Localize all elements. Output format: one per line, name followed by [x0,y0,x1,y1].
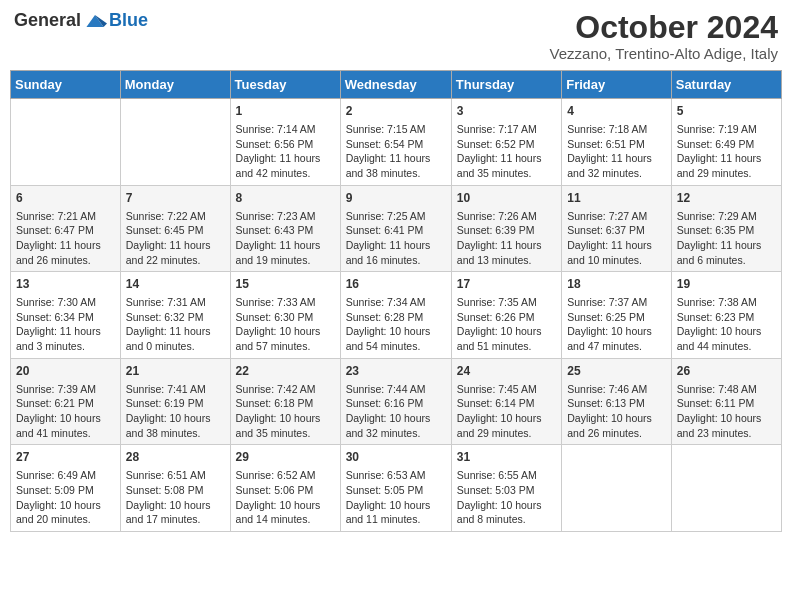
day-number: 29 [236,449,335,466]
day-number: 24 [457,363,556,380]
daylight-text: Daylight: 10 hours and 17 minutes. [126,498,225,527]
location: Vezzano, Trentino-Alto Adige, Italy [550,45,778,62]
day-number: 31 [457,449,556,466]
calendar-cell: 2Sunrise: 7:15 AMSunset: 6:54 PMDaylight… [340,99,451,186]
sunset-text: Sunset: 6:35 PM [677,223,776,238]
header-day-sunday: Sunday [11,71,121,99]
day-number: 25 [567,363,666,380]
daylight-text: Daylight: 10 hours and 44 minutes. [677,324,776,353]
calendar-cell [671,445,781,532]
sunrise-text: Sunrise: 7:35 AM [457,295,556,310]
sunrise-text: Sunrise: 6:49 AM [16,468,115,483]
calendar-cell: 16Sunrise: 7:34 AMSunset: 6:28 PMDayligh… [340,272,451,359]
calendar-cell: 5Sunrise: 7:19 AMSunset: 6:49 PMDaylight… [671,99,781,186]
daylight-text: Daylight: 11 hours and 22 minutes. [126,238,225,267]
sunset-text: Sunset: 6:28 PM [346,310,446,325]
header-day-wednesday: Wednesday [340,71,451,99]
day-number: 23 [346,363,446,380]
daylight-text: Daylight: 11 hours and 16 minutes. [346,238,446,267]
day-number: 28 [126,449,225,466]
calendar-cell: 26Sunrise: 7:48 AMSunset: 6:11 PMDayligh… [671,358,781,445]
logo: General Blue [14,10,148,31]
sunset-text: Sunset: 6:54 PM [346,137,446,152]
calendar-cell: 9Sunrise: 7:25 AMSunset: 6:41 PMDaylight… [340,185,451,272]
sunrise-text: Sunrise: 7:34 AM [346,295,446,310]
calendar-table: SundayMondayTuesdayWednesdayThursdayFrid… [10,70,782,532]
sunrise-text: Sunrise: 7:37 AM [567,295,666,310]
calendar-cell [11,99,121,186]
calendar-cell: 22Sunrise: 7:42 AMSunset: 6:18 PMDayligh… [230,358,340,445]
calendar-cell: 8Sunrise: 7:23 AMSunset: 6:43 PMDaylight… [230,185,340,272]
sunset-text: Sunset: 6:16 PM [346,396,446,411]
day-number: 13 [16,276,115,293]
daylight-text: Daylight: 11 hours and 3 minutes. [16,324,115,353]
sunset-text: Sunset: 5:08 PM [126,483,225,498]
day-number: 27 [16,449,115,466]
daylight-text: Daylight: 11 hours and 35 minutes. [457,151,556,180]
sunrise-text: Sunrise: 7:19 AM [677,122,776,137]
day-number: 4 [567,103,666,120]
day-number: 19 [677,276,776,293]
daylight-text: Daylight: 11 hours and 29 minutes. [677,151,776,180]
day-number: 21 [126,363,225,380]
day-number: 17 [457,276,556,293]
sunrise-text: Sunrise: 6:53 AM [346,468,446,483]
calendar-cell: 13Sunrise: 7:30 AMSunset: 6:34 PMDayligh… [11,272,121,359]
sunrise-text: Sunrise: 7:42 AM [236,382,335,397]
daylight-text: Daylight: 11 hours and 42 minutes. [236,151,335,180]
sunrise-text: Sunrise: 7:38 AM [677,295,776,310]
calendar-cell [562,445,672,532]
sunset-text: Sunset: 6:39 PM [457,223,556,238]
week-row-3: 13Sunrise: 7:30 AMSunset: 6:34 PMDayligh… [11,272,782,359]
sunset-text: Sunset: 6:25 PM [567,310,666,325]
sunrise-text: Sunrise: 7:21 AM [16,209,115,224]
header-day-saturday: Saturday [671,71,781,99]
week-row-2: 6Sunrise: 7:21 AMSunset: 6:47 PMDaylight… [11,185,782,272]
calendar-cell: 12Sunrise: 7:29 AMSunset: 6:35 PMDayligh… [671,185,781,272]
sunset-text: Sunset: 5:09 PM [16,483,115,498]
logo-general-text: General [14,10,81,31]
day-number: 8 [236,190,335,207]
day-number: 5 [677,103,776,120]
calendar-cell: 4Sunrise: 7:18 AMSunset: 6:51 PMDaylight… [562,99,672,186]
sunset-text: Sunset: 6:21 PM [16,396,115,411]
sunset-text: Sunset: 6:45 PM [126,223,225,238]
sunrise-text: Sunrise: 7:45 AM [457,382,556,397]
day-number: 20 [16,363,115,380]
sunrise-text: Sunrise: 7:14 AM [236,122,335,137]
sunrise-text: Sunrise: 7:44 AM [346,382,446,397]
sunrise-text: Sunrise: 7:25 AM [346,209,446,224]
sunrise-text: Sunrise: 7:26 AM [457,209,556,224]
sunrise-text: Sunrise: 7:39 AM [16,382,115,397]
daylight-text: Daylight: 11 hours and 13 minutes. [457,238,556,267]
day-number: 6 [16,190,115,207]
daylight-text: Daylight: 10 hours and 11 minutes. [346,498,446,527]
daylight-text: Daylight: 10 hours and 35 minutes. [236,411,335,440]
calendar-cell: 11Sunrise: 7:27 AMSunset: 6:37 PMDayligh… [562,185,672,272]
daylight-text: Daylight: 11 hours and 6 minutes. [677,238,776,267]
week-row-5: 27Sunrise: 6:49 AMSunset: 5:09 PMDayligh… [11,445,782,532]
calendar-cell: 21Sunrise: 7:41 AMSunset: 6:19 PMDayligh… [120,358,230,445]
header-day-thursday: Thursday [451,71,561,99]
sunset-text: Sunset: 6:43 PM [236,223,335,238]
sunrise-text: Sunrise: 6:52 AM [236,468,335,483]
sunset-text: Sunset: 5:05 PM [346,483,446,498]
calendar-cell: 3Sunrise: 7:17 AMSunset: 6:52 PMDaylight… [451,99,561,186]
daylight-text: Daylight: 10 hours and 38 minutes. [126,411,225,440]
sunrise-text: Sunrise: 7:22 AM [126,209,225,224]
sunset-text: Sunset: 6:37 PM [567,223,666,238]
calendar-cell: 25Sunrise: 7:46 AMSunset: 6:13 PMDayligh… [562,358,672,445]
calendar-cell [120,99,230,186]
sunset-text: Sunset: 6:51 PM [567,137,666,152]
logo-icon [83,11,107,31]
daylight-text: Daylight: 11 hours and 19 minutes. [236,238,335,267]
daylight-text: Daylight: 10 hours and 23 minutes. [677,411,776,440]
sunset-text: Sunset: 6:47 PM [16,223,115,238]
week-row-1: 1Sunrise: 7:14 AMSunset: 6:56 PMDaylight… [11,99,782,186]
sunset-text: Sunset: 6:14 PM [457,396,556,411]
sunrise-text: Sunrise: 7:18 AM [567,122,666,137]
calendar-cell: 29Sunrise: 6:52 AMSunset: 5:06 PMDayligh… [230,445,340,532]
daylight-text: Daylight: 10 hours and 32 minutes. [346,411,446,440]
header-day-tuesday: Tuesday [230,71,340,99]
calendar-cell: 15Sunrise: 7:33 AMSunset: 6:30 PMDayligh… [230,272,340,359]
